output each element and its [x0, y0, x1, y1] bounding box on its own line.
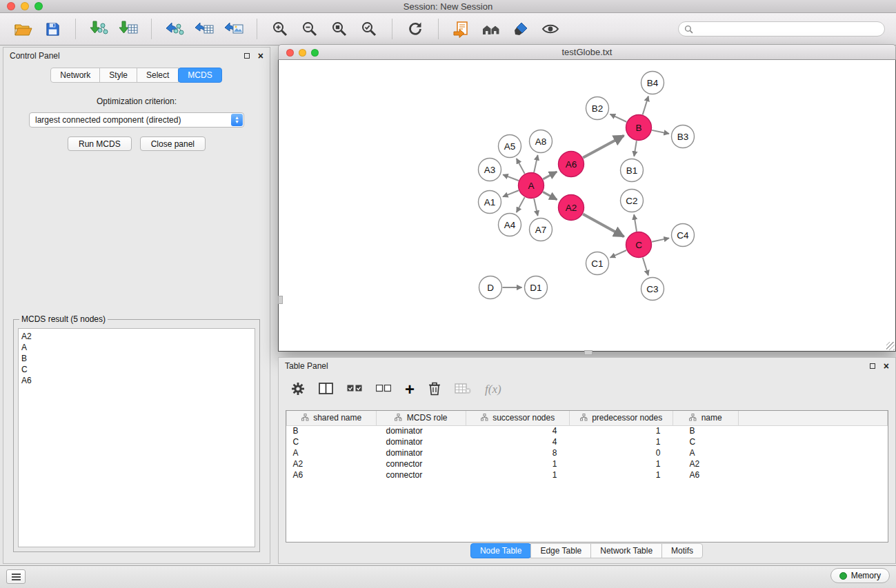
- export-image-button[interactable]: [222, 17, 246, 41]
- mcds-result-item[interactable]: A: [21, 342, 252, 353]
- toolbar-search[interactable]: [678, 21, 885, 37]
- run-mcds-button[interactable]: Run MCDS: [68, 136, 132, 151]
- close-network-window-button[interactable]: [286, 49, 294, 57]
- table-settings-button[interactable]: [291, 382, 305, 398]
- graph-edge-C-C2[interactable]: [634, 214, 637, 231]
- save-session-button[interactable]: [41, 17, 64, 41]
- tab-select[interactable]: Select: [137, 68, 179, 83]
- graph-node-C2[interactable]: C2: [621, 190, 644, 212]
- float-table-panel-icon[interactable]: [870, 363, 875, 369]
- graph-edge-A-A8[interactable]: [534, 155, 537, 172]
- tab-node-table[interactable]: Node Table: [470, 543, 532, 558]
- zoom-fit-button[interactable]: [328, 17, 351, 41]
- zoom-out-button[interactable]: [298, 17, 321, 41]
- open-session-button[interactable]: [11, 17, 34, 41]
- network-window-titlebar[interactable]: testGlobe.txt: [278, 44, 896, 60]
- horizontal-splitter-handle[interactable]: [584, 350, 593, 355]
- mcds-result-list[interactable]: A2ABCA6: [18, 328, 255, 547]
- show-panel-menu-button[interactable]: [6, 569, 26, 584]
- mcds-result-item[interactable]: B: [21, 353, 252, 364]
- memory-button[interactable]: Memory: [830, 568, 890, 583]
- close-panel-button[interactable]: Close panel: [140, 136, 206, 151]
- close-window-button[interactable]: [7, 2, 15, 10]
- tab-edge-table[interactable]: Edge Table: [530, 543, 591, 558]
- graph-node-B4[interactable]: B4: [641, 72, 664, 94]
- graphics-details-button[interactable]: [539, 17, 562, 41]
- graph-edge-A-A2[interactable]: [543, 192, 557, 199]
- mcds-result-item[interactable]: A6: [21, 375, 252, 386]
- graph-node-B[interactable]: B: [626, 115, 652, 141]
- graph-node-A1[interactable]: A1: [479, 191, 501, 214]
- graph-node-A4[interactable]: A4: [499, 214, 521, 236]
- graph-node-C[interactable]: C: [626, 232, 652, 258]
- tab-motifs[interactable]: Motifs: [661, 543, 703, 558]
- export-table-button[interactable]: [192, 17, 216, 41]
- graph-edge-A-A3[interactable]: [503, 174, 519, 181]
- tab-network-table[interactable]: Network Table: [590, 543, 662, 558]
- import-network-button[interactable]: [87, 17, 110, 41]
- export-network-button[interactable]: [163, 17, 186, 41]
- graph-node-C4[interactable]: C4: [672, 224, 695, 247]
- table-row[interactable]: A6connector11A6: [287, 469, 888, 480]
- close-table-panel-icon[interactable]: ×: [884, 363, 889, 369]
- zoom-window-button[interactable]: [34, 2, 43, 10]
- graph-edge-A-A1[interactable]: [503, 190, 519, 196]
- tab-mcds[interactable]: MCDS: [178, 68, 221, 83]
- zoom-selected-button[interactable]: [357, 17, 381, 41]
- create-column-button[interactable]: +: [405, 383, 415, 396]
- graph-edge-B-B2[interactable]: [610, 114, 627, 122]
- table-row[interactable]: Adominator80A: [287, 447, 888, 458]
- style-brush-button[interactable]: [509, 17, 532, 41]
- column-header-shared-name[interactable]: shared name: [287, 411, 377, 425]
- graph-node-A3[interactable]: A3: [479, 159, 501, 181]
- graph-node-B2[interactable]: B2: [586, 97, 609, 120]
- graph-edge-C-C1[interactable]: [610, 250, 627, 258]
- graph-edge-A2-C[interactable]: [583, 214, 624, 236]
- minimize-window-button[interactable]: [21, 2, 29, 10]
- tab-network[interactable]: Network: [50, 68, 100, 83]
- table-row[interactable]: A2connector11A2: [287, 458, 888, 469]
- graph-node-D[interactable]: D: [479, 276, 502, 299]
- tab-style[interactable]: Style: [99, 68, 137, 83]
- refresh-view-button[interactable]: [404, 17, 427, 41]
- graph-node-C3[interactable]: C3: [641, 278, 664, 301]
- graph-edge-A-A4[interactable]: [517, 197, 525, 212]
- minimize-network-window-button[interactable]: [299, 49, 306, 57]
- graph-node-A2[interactable]: A2: [559, 195, 584, 221]
- graph-node-A5[interactable]: A5: [499, 135, 521, 158]
- zoom-in-button[interactable]: [268, 17, 292, 41]
- select-all-columns-button[interactable]: [347, 385, 362, 394]
- resize-handle[interactable]: [886, 342, 895, 350]
- table-row[interactable]: Bdominator41B: [287, 425, 888, 436]
- delete-table-button[interactable]: [455, 383, 471, 396]
- zoom-network-window-button[interactable]: [311, 49, 319, 57]
- mcds-result-item[interactable]: C: [21, 364, 252, 375]
- graph-node-B1[interactable]: B1: [621, 159, 644, 182]
- column-header-predecessor-nodes[interactable]: predecessor nodes: [570, 411, 673, 425]
- graph-edge-C-C4[interactable]: [652, 238, 669, 241]
- network-overview-button[interactable]: [479, 17, 503, 41]
- graph-node-D1[interactable]: D1: [525, 276, 548, 299]
- import-table-button[interactable]: [117, 17, 140, 41]
- graph-edge-A-A7[interactable]: [534, 199, 537, 216]
- graph-node-C1[interactable]: C1: [586, 252, 609, 275]
- graph-edge-A-A5[interactable]: [517, 159, 525, 174]
- graph-edge-C-C3[interactable]: [643, 258, 648, 276]
- column-header-successor-nodes[interactable]: successor nodes: [466, 411, 570, 425]
- graph-edge-A-A6[interactable]: [543, 172, 557, 179]
- vertical-splitter-handle[interactable]: [278, 296, 283, 304]
- column-header-name[interactable]: name: [673, 411, 739, 425]
- graph-node-B3[interactable]: B3: [672, 125, 695, 148]
- mcds-result-item[interactable]: A2: [21, 331, 252, 342]
- graph-node-A7[interactable]: A7: [530, 219, 552, 241]
- graph-node-A[interactable]: A: [519, 173, 544, 199]
- optimization-criterion-select[interactable]: largest connected component (directed) ▲…: [29, 112, 244, 128]
- graph-node-A6[interactable]: A6: [559, 152, 584, 177]
- graph-node-A8[interactable]: A8: [530, 130, 552, 153]
- search-input[interactable]: [697, 24, 879, 34]
- float-panel-icon[interactable]: [244, 53, 250, 59]
- graph-edge-A6-B[interactable]: [583, 136, 624, 158]
- close-panel-icon[interactable]: ×: [258, 52, 263, 59]
- column-header-MCDS-role[interactable]: MCDS role: [377, 411, 466, 425]
- delete-column-button[interactable]: [428, 381, 441, 398]
